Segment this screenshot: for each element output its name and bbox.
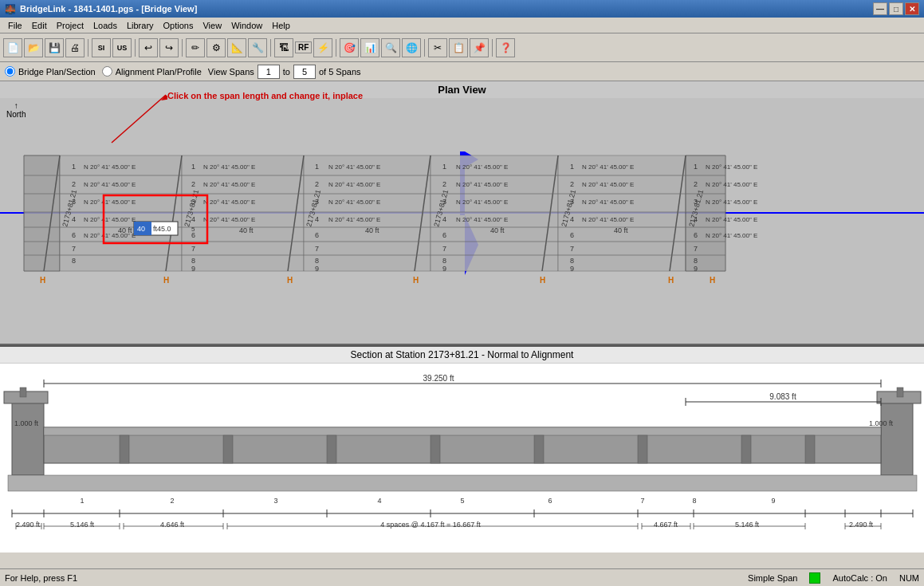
tool-btn9[interactable]: 🔍 bbox=[381, 38, 400, 57]
svg-rect-126 bbox=[897, 387, 903, 397]
close-button[interactable]: ✕ bbox=[905, 2, 919, 15]
edit-btn4[interactable]: 🔧 bbox=[248, 38, 267, 57]
units-btn[interactable]: SI bbox=[92, 38, 111, 57]
tool-btn14[interactable]: ❓ bbox=[496, 38, 515, 57]
menu-loads[interactable]: Loads bbox=[88, 19, 122, 32]
svg-text:6: 6 bbox=[72, 231, 76, 239]
svg-marker-7 bbox=[60, 155, 182, 271]
svg-text:5.146 ft: 5.146 ft bbox=[70, 521, 95, 529]
svg-text:4: 4 bbox=[315, 215, 319, 223]
rf-btn[interactable]: RF bbox=[295, 41, 312, 53]
left-height-label: 1.000 ft bbox=[14, 419, 39, 427]
tool-btn12[interactable]: 📋 bbox=[449, 38, 468, 57]
tool-btn13[interactable]: 📌 bbox=[470, 38, 489, 57]
title-text: BridgeLink - 1841-1401.pgs - [Bridge Vie… bbox=[20, 4, 197, 14]
undo-button[interactable]: ↩ bbox=[139, 38, 158, 57]
plan-view[interactable]: Plan View ↑ North Click on the span leng… bbox=[0, 81, 924, 345]
svg-rect-137 bbox=[8, 475, 917, 491]
span-control: View Spans to of 5 Spans bbox=[208, 65, 361, 79]
svg-text:1: 1 bbox=[191, 163, 195, 171]
svg-text:4.667 ft: 4.667 ft bbox=[654, 521, 678, 529]
svg-text:N 20° 41' 45.00" E: N 20° 41' 45.00" E bbox=[328, 199, 380, 206]
units2-btn[interactable]: US bbox=[112, 38, 132, 57]
svg-text:N 20° 41' 45.00" E: N 20° 41' 45.00" E bbox=[84, 216, 136, 223]
svg-text:H: H bbox=[413, 276, 419, 285]
svg-text:H: H bbox=[287, 276, 293, 285]
svg-text:40 ft: 40 ft bbox=[118, 226, 132, 234]
tool-btn10[interactable]: 🌐 bbox=[402, 38, 421, 57]
edit-btn3[interactable]: 📐 bbox=[227, 38, 246, 57]
edit-btn1[interactable]: ✏ bbox=[186, 38, 205, 57]
menu-window[interactable]: Window bbox=[226, 19, 267, 32]
autocalc-label: AutoCalc : On bbox=[832, 573, 887, 583]
menu-project[interactable]: Project bbox=[52, 19, 88, 32]
svg-text:2: 2 bbox=[72, 180, 76, 188]
svg-text:40: 40 bbox=[137, 225, 145, 233]
svg-marker-8 bbox=[182, 155, 304, 271]
sep2 bbox=[135, 39, 136, 57]
svg-rect-133 bbox=[534, 435, 544, 463]
svg-text:2: 2 bbox=[442, 180, 446, 188]
tool-btn6[interactable]: ⚡ bbox=[313, 38, 332, 57]
svg-text:4: 4 bbox=[694, 215, 698, 223]
span-to-input[interactable] bbox=[293, 65, 316, 79]
annotation-arrow bbox=[96, 91, 167, 147]
edit-btn2[interactable]: ⚙ bbox=[206, 38, 226, 57]
svg-text:3: 3 bbox=[442, 198, 446, 206]
open-button[interactable]: 📂 bbox=[24, 38, 43, 57]
svg-text:N 20° 41' 45.00" E: N 20° 41' 45.00" E bbox=[84, 181, 136, 188]
alignment-plan-radio[interactable] bbox=[102, 66, 112, 77]
menu-view[interactable]: View bbox=[198, 19, 226, 32]
save-button[interactable]: 💾 bbox=[45, 38, 64, 57]
menu-edit[interactable]: Edit bbox=[27, 19, 52, 32]
menu-file[interactable]: File bbox=[3, 19, 27, 32]
redo-button[interactable]: ↪ bbox=[159, 38, 179, 57]
sep7 bbox=[492, 39, 493, 57]
svg-text:1: 1 bbox=[694, 163, 698, 171]
svg-text:4: 4 bbox=[377, 497, 381, 505]
app-icon: 🌉 bbox=[5, 4, 16, 14]
svg-text:N 20° 41' 45.00" E: N 20° 41' 45.00" E bbox=[706, 163, 757, 171]
menu-options[interactable]: Options bbox=[159, 19, 199, 32]
svg-text:H: H bbox=[163, 276, 169, 285]
minimize-button[interactable]: — bbox=[873, 2, 887, 15]
top-dim2-label: 9.083 ft bbox=[769, 392, 796, 401]
menu-help[interactable]: Help bbox=[267, 19, 295, 32]
tool-btn7[interactable]: 🎯 bbox=[340, 38, 359, 57]
tool-btn5[interactable]: 🏗 bbox=[274, 38, 293, 57]
sep3 bbox=[182, 39, 183, 57]
alignment-plan-label: Alignment Plan/Profile bbox=[116, 67, 202, 77]
bridge-plan-label: Bridge Plan/Section bbox=[18, 67, 96, 77]
section-view: Section at Station 2173+81.21 - Normal t… bbox=[0, 345, 924, 553]
annotation-callout: Click on the span length and change it, … bbox=[167, 91, 363, 100]
svg-rect-129 bbox=[120, 435, 129, 463]
svg-text:2.490 ft: 2.490 ft bbox=[16, 521, 41, 529]
span-from-input[interactable] bbox=[258, 65, 280, 79]
svg-text:8: 8 bbox=[570, 257, 574, 265]
tool-btn11[interactable]: ✂ bbox=[428, 38, 447, 57]
svg-line-0 bbox=[112, 95, 166, 143]
svg-marker-9 bbox=[304, 155, 431, 271]
svg-text:4: 4 bbox=[72, 215, 76, 223]
new-button[interactable]: 📄 bbox=[3, 38, 22, 57]
svg-text:H: H bbox=[668, 276, 674, 285]
top-dim1-label: 39.250 ft bbox=[423, 374, 454, 383]
svg-text:N 20° 41' 45.00" E: N 20° 41' 45.00" E bbox=[84, 163, 136, 171]
bridge-plan-radio-group: Bridge Plan/Section bbox=[5, 66, 96, 77]
svg-text:3: 3 bbox=[570, 198, 574, 206]
menu-library[interactable]: Library bbox=[122, 19, 159, 32]
svg-text:N 20° 41' 45.00" E: N 20° 41' 45.00" E bbox=[456, 216, 508, 223]
svg-text:N 20° 41' 45.00" E: N 20° 41' 45.00" E bbox=[706, 199, 757, 206]
bridge-plan-radio[interactable] bbox=[5, 66, 15, 77]
svg-text:N 20° 41' 45.00" E: N 20° 41' 45.00" E bbox=[582, 181, 634, 188]
svg-text:1: 1 bbox=[72, 163, 76, 171]
svg-text:2: 2 bbox=[170, 497, 174, 505]
svg-text:9: 9 bbox=[315, 265, 319, 273]
svg-text:4: 4 bbox=[442, 215, 446, 223]
svg-text:H: H bbox=[540, 276, 545, 285]
tool-btn8[interactable]: 📊 bbox=[360, 38, 379, 57]
print-button[interactable]: 🖨 bbox=[65, 38, 85, 57]
maximize-button[interactable]: □ bbox=[889, 2, 903, 15]
svg-text:8: 8 bbox=[72, 257, 76, 265]
title-bar-controls[interactable]: — □ ✕ bbox=[873, 2, 919, 15]
